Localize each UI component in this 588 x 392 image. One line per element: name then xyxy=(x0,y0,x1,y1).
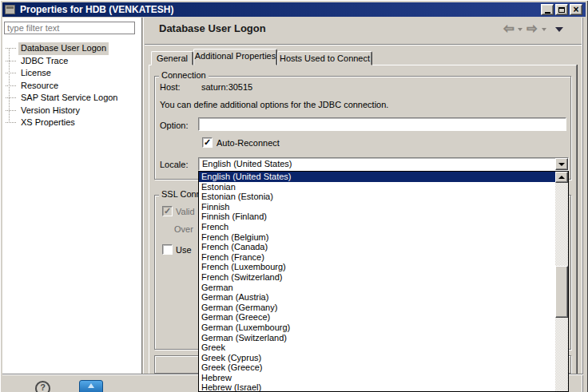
scrollbar-thumb[interactable] xyxy=(555,266,568,318)
dropdown-scrollbar[interactable] xyxy=(555,172,568,391)
minimize-button[interactable] xyxy=(541,4,554,15)
minimize-icon xyxy=(545,12,550,14)
sidebar-item-label: Resource xyxy=(18,80,61,93)
use-keystore-label: Use xyxy=(176,245,192,255)
tree-branch-line xyxy=(6,61,16,61)
title-bar[interactable]: Properties for HDB (VENKATESH) × xyxy=(2,2,586,17)
sidebar-item-label: License xyxy=(18,67,54,80)
option-input[interactable] xyxy=(198,117,566,131)
back-dropdown-icon[interactable] xyxy=(518,28,522,31)
locale-option[interactable]: Greek (Cyprus) xyxy=(199,353,555,363)
use-keystore-checkbox[interactable] xyxy=(162,244,173,255)
locale-option[interactable]: German (Greece) xyxy=(199,312,555,323)
view-menu-icon[interactable] xyxy=(555,27,563,32)
tree-branch-line xyxy=(6,110,16,111)
sidebar: Database User Logon JDBC Trace License R… xyxy=(2,18,141,374)
validate-ssl-label: Valid xyxy=(176,207,195,216)
tab-hosts-used-to-connect[interactable]: Hosts Used to Connect xyxy=(277,51,372,65)
tree-branch-line xyxy=(6,48,16,49)
locale-option[interactable]: German (Austria) xyxy=(199,292,555,303)
sidebar-item[interactable]: JDBC Trace xyxy=(4,55,140,68)
blue-app-button[interactable] xyxy=(79,380,103,392)
locale-option[interactable]: Hebrew (Israel) xyxy=(199,382,555,392)
chevron-down-icon xyxy=(558,163,565,166)
locale-option[interactable]: Hebrew xyxy=(199,373,555,383)
sidebar-item[interactable]: SAP Start Service Logon xyxy=(4,92,140,105)
locale-option[interactable]: French (Switzerland) xyxy=(199,272,555,283)
sidebar-item[interactable]: Version History xyxy=(4,105,140,117)
window-title: Properties for HDB (VENKATESH) xyxy=(20,4,173,15)
locale-option[interactable]: German (Germany) xyxy=(199,303,555,313)
scroll-up-button[interactable] xyxy=(555,172,568,183)
sidebar-divider[interactable] xyxy=(141,18,144,374)
sidebar-item[interactable]: Resource xyxy=(4,80,140,93)
locale-option[interactable]: French (Belgium) xyxy=(199,232,555,243)
locale-option[interactable]: Estonian xyxy=(199,182,555,192)
properties-window-icon xyxy=(5,5,15,14)
window-border xyxy=(582,18,583,392)
blue-button-icon xyxy=(88,383,94,388)
page-title: Database User Logon xyxy=(159,22,266,34)
question-mark-icon: ? xyxy=(40,382,46,392)
close-icon: × xyxy=(573,6,578,14)
header-nav: ⇦ ⇨ xyxy=(503,22,583,36)
tree-branch-line xyxy=(6,85,16,86)
locale-option[interactable]: German (Luxembourg) xyxy=(199,323,555,333)
sidebar-item-label: XS Properties xyxy=(18,117,77,129)
host-label: Host: xyxy=(160,82,181,92)
maximize-button[interactable] xyxy=(555,4,568,15)
locale-option[interactable]: Finnish xyxy=(199,202,555,212)
tab-additional-properties[interactable]: Additional Properties xyxy=(193,49,277,65)
locale-combobox[interactable]: English (United States) xyxy=(198,157,569,171)
sidebar-item-label: Version History xyxy=(18,105,82,117)
locale-label: Locale: xyxy=(160,160,188,169)
chevron-up-icon xyxy=(558,176,565,179)
sidebar-item-label: JDBC Trace xyxy=(18,55,70,68)
maximize-icon xyxy=(558,7,565,13)
sidebar-item[interactable]: XS Properties xyxy=(4,117,140,129)
sidebar-item[interactable]: License xyxy=(4,67,140,80)
sidebar-tree: Database User Logon JDBC Trace License R… xyxy=(4,42,140,129)
back-arrow-icon[interactable]: ⇦ xyxy=(503,22,514,35)
ssl-group-label: SSL Conn xyxy=(159,189,204,199)
tree-branch-line xyxy=(6,73,16,73)
locale-dropdown-button[interactable] xyxy=(555,158,568,170)
locale-option[interactable]: English (United States) xyxy=(199,172,555,182)
option-label: Option: xyxy=(160,121,188,130)
close-button[interactable]: × xyxy=(570,4,582,15)
forward-dropdown-icon[interactable] xyxy=(542,28,546,31)
sidebar-item-label: SAP Start Service Logon xyxy=(18,92,120,105)
header-separator xyxy=(145,44,583,46)
jdbc-options-description: You can define additional options for th… xyxy=(160,100,388,109)
properties-dialog: Properties for HDB (VENKATESH) × Databas… xyxy=(0,0,588,392)
locale-option[interactable]: Greek xyxy=(199,343,555,353)
help-button[interactable]: ? xyxy=(35,381,50,392)
tree-branch-line xyxy=(6,97,16,98)
filter-input[interactable] xyxy=(4,22,135,34)
locale-option-list: English (United States) Estonian Estonia… xyxy=(199,172,555,392)
auto-reconnect-label: Auto-Reconnect xyxy=(217,138,280,148)
tree-branch-line xyxy=(6,122,16,123)
locale-option[interactable]: Greek (Greece) xyxy=(199,362,555,373)
connection-group-label: Connection xyxy=(159,70,209,80)
locale-combobox-value: English (United States) xyxy=(202,159,292,168)
locale-option[interactable]: German xyxy=(199,283,555,293)
override-hostname-label: Over xyxy=(174,224,193,234)
locale-option[interactable]: French (Luxembourg) xyxy=(199,262,555,272)
host-value: saturn:30515 xyxy=(201,82,252,92)
locale-option[interactable]: French xyxy=(199,222,555,232)
locale-option[interactable]: French (France) xyxy=(199,252,555,263)
forward-arrow-icon[interactable]: ⇨ xyxy=(526,22,537,35)
sidebar-item-label: Database User Logon xyxy=(18,42,109,55)
locale-option[interactable]: German (Switzerland) xyxy=(199,333,555,343)
locale-dropdown-list: English (United States) Estonian Estonia… xyxy=(198,171,569,392)
locale-option[interactable]: French (Canada) xyxy=(199,242,555,252)
validate-ssl-checkbox[interactable] xyxy=(162,206,173,216)
tab-general[interactable]: General xyxy=(151,51,193,65)
locale-option[interactable]: Finnish (Finland) xyxy=(199,212,555,222)
locale-option[interactable]: Estonian (Estonia) xyxy=(199,192,555,202)
sidebar-item[interactable]: Database User Logon xyxy=(4,42,140,55)
tree-trunk-line xyxy=(9,48,10,123)
auto-reconnect-checkbox[interactable] xyxy=(202,137,213,148)
